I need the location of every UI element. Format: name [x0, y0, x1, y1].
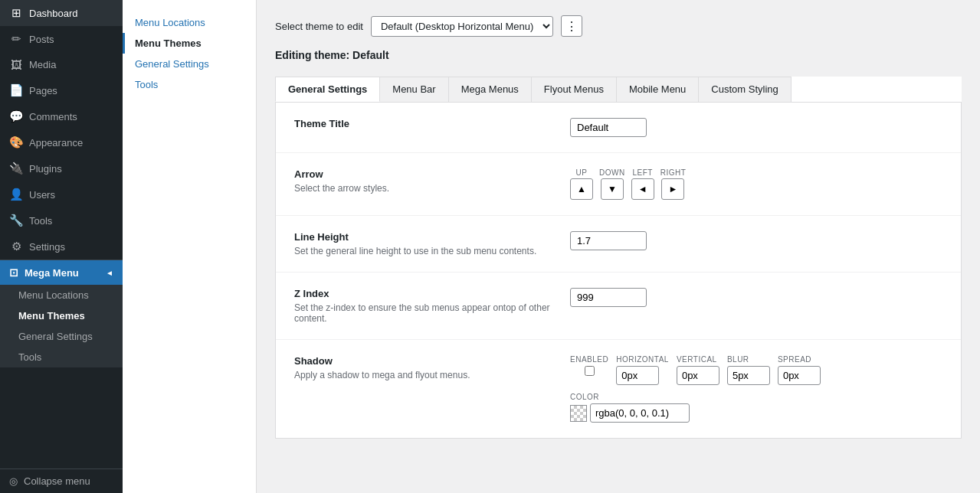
sidebar-item-tools[interactable]: 🔧 Tools	[0, 207, 123, 233]
shadow-enabled-col: ENABLED	[570, 355, 608, 376]
media-icon: 🖼	[9, 58, 23, 71]
arrow-left-col: LEFT ◄	[631, 168, 654, 200]
arrow-up-col: UP ▲	[570, 168, 593, 200]
theme-title-label: Theme Title	[294, 118, 555, 129]
more-options-button[interactable]: ⋮	[561, 15, 582, 37]
posts-icon: ✏	[9, 32, 23, 46]
shadow-group: ENABLED HORIZONTAL VERTICAL BLUR	[570, 355, 942, 423]
shadow-horizontal-label: HORIZONTAL	[616, 355, 669, 364]
z-index-desc: Set the z-index to ensure the sub menus …	[294, 302, 555, 324]
z-index-row: Z Index Set the z-index to ensure the su…	[276, 273, 961, 340]
shadow-enabled-label: ENABLED	[570, 355, 608, 364]
tab-general-settings[interactable]: General Settings	[275, 77, 380, 102]
users-icon: 👤	[9, 188, 23, 201]
sidebar-item-users[interactable]: 👤 Users	[0, 181, 123, 207]
mega-menu-header[interactable]: ⊡ Mega Menu ◄	[0, 260, 123, 285]
chevron-left-icon: ◄	[106, 269, 113, 277]
admin-sidebar: ⊞ Dashboard ✏ Posts 🖼 Media 📄 Pages 💬 Co…	[0, 0, 123, 493]
sidebar-subitem-menu-locations[interactable]: Menu Locations	[0, 285, 123, 305]
z-index-input[interactable]	[570, 288, 647, 307]
sidebar-item-appearance[interactable]: 🎨 Appearance	[0, 129, 123, 155]
shadow-blur-input[interactable]	[727, 366, 770, 385]
shadow-spread-field: SPREAD	[778, 355, 821, 385]
dashboard-icon: ⊞	[9, 6, 23, 20]
shadow-color-input[interactable]	[590, 403, 690, 423]
shadow-vertical-label: VERTICAL	[677, 355, 719, 364]
arrow-right-col: RIGHT ►	[660, 168, 687, 200]
shadow-vertical-field: VERTICAL	[677, 355, 719, 385]
shadow-horizontal-input[interactable]	[616, 366, 659, 385]
shadow-blur-field: BLUR	[727, 355, 770, 385]
arrow-left-label: LEFT	[632, 168, 652, 177]
line-height-row: Line Height Set the general line height …	[276, 216, 961, 273]
line-height-desc: Set the general line height to use in th…	[294, 246, 555, 256]
arrows-row: UP ▲ DOWN ▼ LEFT ◄ RIGHT ►	[570, 168, 686, 200]
arrow-desc: Select the arrow styles.	[294, 183, 555, 194]
theme-title-input[interactable]	[570, 118, 647, 137]
sidebar-item-plugins[interactable]: 🔌 Plugins	[0, 155, 123, 181]
sidebar-item-comments[interactable]: 💬 Comments	[0, 103, 123, 129]
sec-nav-tools[interactable]: Tools	[123, 74, 256, 95]
collapse-menu-button[interactable]: ◎ Collapse menu	[0, 469, 123, 493]
arrow-row: Arrow Select the arrow styles. UP ▲ DOWN…	[276, 153, 961, 216]
sidebar-item-media[interactable]: 🖼 Media	[0, 52, 123, 77]
main-content: Select theme to edit Default (Desktop Ho…	[257, 0, 980, 493]
shadow-vertical-input[interactable]	[677, 366, 719, 385]
theme-selector-label: Select theme to edit	[275, 21, 363, 32]
secondary-sidebar: Menu Locations Menu Themes General Setti…	[123, 0, 257, 493]
settings-panel: Theme Title Arrow Select the arrow style…	[275, 103, 962, 439]
shadow-color-field: COLOR	[570, 393, 690, 423]
shadow-label: Shadow	[294, 355, 555, 367]
comments-icon: 💬	[9, 109, 23, 123]
sidebar-item-pages[interactable]: 📄 Pages	[0, 77, 123, 103]
sidebar-item-dashboard[interactable]: ⊞ Dashboard	[0, 0, 123, 26]
shadow-enabled-checkbox[interactable]	[585, 366, 595, 376]
arrow-up-label: UP	[576, 168, 588, 177]
arrow-label: Arrow	[294, 168, 555, 180]
tab-flyout-menus[interactable]: Flyout Menus	[531, 77, 617, 102]
arrow-down-label: DOWN	[599, 168, 625, 177]
tab-mobile-menu[interactable]: Mobile Menu	[616, 77, 699, 102]
arrow-down-button[interactable]: ▼	[601, 178, 624, 200]
sidebar-subitem-general-settings[interactable]: General Settings	[0, 326, 123, 347]
z-index-label: Z Index	[294, 288, 555, 299]
tab-custom-styling[interactable]: Custom Styling	[698, 77, 791, 102]
theme-title-row: Theme Title	[276, 103, 961, 153]
shadow-spread-input[interactable]	[778, 366, 821, 385]
arrow-left-button[interactable]: ◄	[631, 178, 654, 200]
arrow-right-button[interactable]: ►	[661, 178, 684, 200]
sec-nav-menu-themes[interactable]: Menu Themes	[123, 33, 256, 54]
sidebar-subitem-menu-themes[interactable]: Menu Themes	[0, 305, 123, 326]
plugins-icon: 🔌	[9, 162, 23, 175]
editing-title: Editing theme: Default	[275, 49, 962, 61]
tools-icon: 🔧	[9, 214, 23, 227]
appearance-icon: 🎨	[9, 135, 23, 149]
sec-nav-menu-locations[interactable]: Menu Locations	[123, 12, 256, 33]
sidebar-subitem-tools[interactable]: Tools	[0, 347, 123, 367]
shadow-color-swatch[interactable]	[570, 405, 587, 422]
mega-menu-icon: ⊡	[9, 266, 18, 279]
shadow-color-label: COLOR	[570, 393, 690, 401]
shadow-spread-label: SPREAD	[778, 355, 821, 364]
tabs-bar: General Settings Menu Bar Mega Menus Fly…	[275, 77, 962, 103]
shadow-row: Shadow Apply a shadow to mega and flyout…	[276, 340, 961, 438]
tab-mega-menus[interactable]: Mega Menus	[448, 77, 532, 102]
shadow-blur-label: BLUR	[727, 355, 770, 364]
mega-menu-section: ⊡ Mega Menu ◄ Menu Locations Menu Themes…	[0, 260, 123, 367]
sidebar-item-posts[interactable]: ✏ Posts	[0, 26, 123, 52]
theme-selector-row: Select theme to edit Default (Desktop Ho…	[275, 15, 962, 37]
settings-icon: ⚙	[9, 240, 23, 253]
tab-menu-bar[interactable]: Menu Bar	[379, 77, 448, 102]
line-height-label: Line Height	[294, 231, 555, 243]
line-height-input[interactable]	[570, 231, 647, 250]
sidebar-item-settings[interactable]: ⚙ Settings	[0, 233, 123, 260]
arrow-up-button[interactable]: ▲	[570, 178, 593, 200]
sec-nav-general-settings[interactable]: General Settings	[123, 54, 256, 74]
shadow-desc: Apply a shadow to mega and flyout menus.	[294, 370, 555, 380]
pages-icon: 📄	[9, 83, 23, 97]
theme-select[interactable]: Default (Desktop Horizontal Menu)	[371, 16, 553, 37]
shadow-horizontal-field: HORIZONTAL	[616, 355, 669, 385]
arrow-down-col: DOWN ▼	[599, 168, 625, 200]
collapse-icon: ◎	[9, 475, 18, 487]
arrow-right-label: RIGHT	[660, 168, 687, 177]
